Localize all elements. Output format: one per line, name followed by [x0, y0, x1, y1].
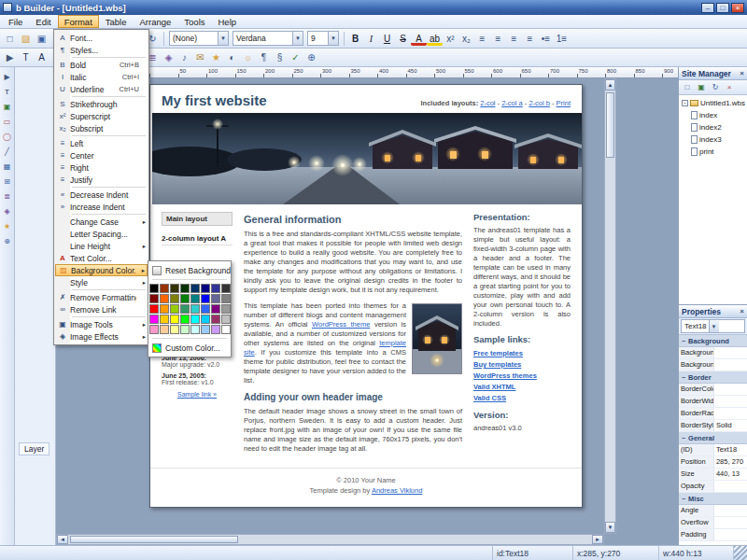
property-bordercolor[interactable]: BorderColor — [679, 384, 747, 396]
media-tool-icon[interactable]: ◈ — [161, 50, 176, 65]
property-value[interactable] — [714, 396, 747, 407]
sample-link-valid-xhtml[interactable]: Valid XHTML — [473, 382, 571, 393]
color-swatch[interactable] — [149, 294, 159, 303]
color-swatch[interactable] — [211, 325, 220, 334]
contact-form-icon[interactable]: ✉ — [192, 50, 208, 65]
favorites-icon[interactable]: ★ — [208, 50, 224, 65]
property-section-border[interactable]: Border — [679, 371, 747, 384]
site-tree-page-index2[interactable]: index2 — [680, 121, 746, 133]
bold-icon[interactable]: B — [347, 31, 363, 46]
designer-link[interactable]: Andreas Viklund — [372, 486, 422, 495]
included-link-2-col[interactable]: 2-col — [480, 99, 495, 107]
property-id[interactable]: (ID)Text18 — [679, 444, 747, 456]
color-swatch[interactable] — [221, 284, 231, 293]
property-value[interactable] — [714, 347, 747, 358]
contrast-icon[interactable]: ◐ — [224, 50, 240, 65]
nav-main-layout[interactable]: Main layout — [162, 212, 233, 226]
property-value[interactable]: Text18 — [714, 444, 747, 455]
color-swatch[interactable] — [201, 325, 210, 334]
more-tools-icon[interactable]: ⊕ — [1, 234, 14, 247]
color-swatch[interactable] — [149, 315, 159, 324]
horizontal-scroll-thumb[interactable] — [70, 536, 238, 543]
format-menu-item-underline[interactable]: UUnderlineCtrl+U — [55, 83, 148, 95]
refresh-icon[interactable]: ↻ — [709, 81, 722, 93]
property-section-general[interactable]: General — [679, 432, 747, 444]
rectangle-object-icon[interactable]: ▭ — [1, 115, 14, 128]
format-menu-item-left[interactable]: ≡Left — [55, 137, 148, 149]
color-swatch[interactable] — [160, 294, 169, 303]
layer-label[interactable]: Layer — [19, 442, 49, 455]
text-object-icon[interactable]: T — [1, 85, 14, 98]
color-swatch[interactable] — [201, 315, 210, 324]
page-properties-icon[interactable]: ▣ — [695, 81, 708, 93]
format-menu-item-bold[interactable]: BBoldCtrl+B — [55, 59, 148, 71]
format-menu-item-styles[interactable]: ¶Styles... — [55, 44, 148, 56]
property-borderwidth[interactable]: BorderWidth — [679, 396, 747, 408]
line-object-icon[interactable]: ╱ — [1, 145, 14, 158]
general-information-heading[interactable]: General information — [244, 214, 462, 225]
media-object-icon[interactable]: ◈ — [1, 204, 14, 217]
color-swatch[interactable] — [180, 294, 190, 303]
scroll-up-icon[interactable]: ▲ — [605, 79, 615, 91]
section-icon[interactable]: § — [272, 50, 288, 65]
color-swatch[interactable] — [149, 304, 159, 314]
color-swatch[interactable] — [180, 325, 190, 334]
image-object-icon[interactable]: ▣ — [1, 100, 14, 113]
color-swatch[interactable] — [211, 315, 220, 324]
format-menu-item-right[interactable]: ≡Right — [55, 161, 148, 174]
ellipse-object-icon[interactable]: ◯ — [1, 130, 14, 143]
color-swatch[interactable] — [160, 325, 169, 334]
paragraph-icon[interactable]: ¶ — [256, 50, 272, 65]
paragraph-intro[interactable]: This is a free and standards-compliant X… — [244, 230, 462, 295]
delete-page-icon[interactable]: × — [723, 81, 736, 93]
format-menu-item-remove-link[interactable]: ∞Remove Link — [55, 303, 148, 315]
scroll-right-icon[interactable]: ► — [592, 535, 603, 544]
add-page-icon[interactable]: □ — [681, 81, 694, 93]
property-section-background[interactable]: Background — [679, 335, 747, 347]
color-swatch[interactable] — [201, 304, 210, 314]
table-object-icon[interactable]: ▦ — [1, 160, 14, 173]
audio-tool-icon[interactable]: ♪ — [176, 50, 192, 65]
sample-link-buy-templates[interactable]: Buy templates — [473, 359, 571, 371]
format-menu-item-remove-formatting[interactable]: ✗Remove Formatting — [55, 291, 148, 303]
sample-links-heading[interactable]: Sample links: — [473, 334, 571, 344]
color-swatch[interactable] — [170, 294, 179, 303]
presentation-heading[interactable]: Presentation: — [473, 212, 571, 222]
site-tree-page-index3[interactable]: index3 — [680, 133, 746, 146]
color-swatch[interactable] — [170, 325, 179, 334]
color-swatch[interactable] — [190, 304, 200, 314]
underline-icon[interactable]: U — [379, 31, 395, 46]
site-tree-root[interactable]: − Untitled1.wbs — [680, 97, 746, 109]
property-borderradius[interactable]: BorderRadius — [679, 408, 747, 420]
close-panel-icon[interactable]: × — [740, 69, 744, 77]
validate-icon[interactable]: ✓ — [288, 50, 303, 65]
included-link-2-col-b[interactable]: 2-col b — [529, 99, 550, 107]
color-swatch[interactable] — [221, 315, 231, 324]
property-position[interactable]: Position285, 270 — [679, 456, 747, 469]
align-justify-icon[interactable]: ≡ — [522, 31, 538, 46]
color-swatch[interactable] — [149, 284, 159, 293]
format-menu-item-subscript[interactable]: x₂Subscript — [55, 122, 148, 134]
format-menu-item-justify[interactable]: ≡Justify — [55, 174, 148, 186]
minimize-button[interactable]: – — [701, 3, 714, 13]
presentation-text[interactable]: The andreas01 template has a simple but … — [473, 226, 571, 329]
color-swatch[interactable] — [149, 325, 159, 334]
format-menu-item-change-case[interactable]: Change Case▸ — [55, 216, 148, 228]
format-menu-item-superscript[interactable]: x²Superscript — [55, 110, 148, 122]
property-overflow[interactable]: Overflow — [679, 517, 747, 529]
color-swatch[interactable] — [180, 315, 190, 324]
open-icon[interactable]: ▨ — [18, 31, 34, 46]
font-dropdown[interactable]: Verdana ▼ — [233, 31, 303, 46]
included-link-2-col-a[interactable]: 2-col a — [501, 99, 523, 107]
color-swatch[interactable] — [190, 284, 200, 293]
site-header[interactable]: My first website Included layouts: 2-col… — [150, 85, 582, 113]
menu-edit[interactable]: Edit — [29, 15, 57, 28]
format-menu-item-background-color[interactable]: ▨Background Color...▸ — [55, 264, 148, 276]
align-center-icon[interactable]: ≡ — [490, 31, 506, 46]
property-value[interactable] — [714, 517, 747, 528]
align-right-icon[interactable]: ≡ — [506, 31, 522, 46]
color-swatch[interactable] — [170, 284, 179, 293]
property-value[interactable] — [714, 505, 747, 516]
menu-table[interactable]: Table — [99, 15, 134, 28]
paragraph-header-image[interactable]: The default header image shows a snowy s… — [244, 407, 462, 454]
